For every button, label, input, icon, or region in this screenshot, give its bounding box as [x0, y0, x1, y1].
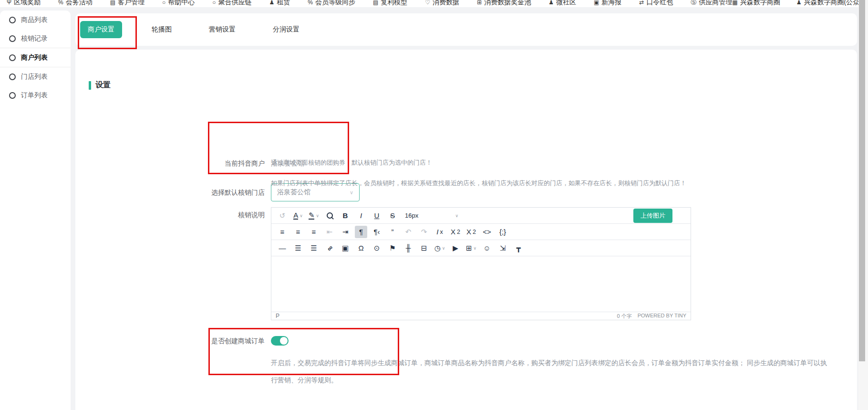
insert-image-icon[interactable]: ▣	[339, 242, 351, 254]
chevron-down-icon: ∨	[350, 189, 353, 196]
preview-icon[interactable]: ⊙	[371, 242, 383, 254]
nav-item[interactable]: %会务活动	[58, 0, 93, 7]
create-order-label: 是否创建商城订单	[133, 337, 265, 346]
tab-marketing-settings[interactable]: 营销设置	[201, 21, 243, 38]
superscript-icon[interactable]: X2	[465, 226, 477, 238]
subscript-icon[interactable]: X2	[449, 226, 462, 238]
editor-toolbar-row-1: ↺A∨✎∨BIUS16px∨上传图片	[271, 208, 691, 224]
sidebar-item-verify-records[interactable]: 核销记录	[0, 29, 71, 48]
settings-panel: 设置 当前抖音商户 浴泉荟公馆 选择默认核销门店 浴泉荟公馆 ∨ 通过商城页面核…	[75, 50, 857, 410]
undo-icon[interactable]: ↶	[402, 226, 414, 238]
highlight-icon[interactable]: ✎∨	[308, 210, 320, 222]
strikethrough-icon[interactable]: S	[386, 210, 399, 222]
sidebar-item-label: 核销记录	[21, 34, 48, 43]
table-icon[interactable]: ⊞∨	[465, 242, 477, 254]
text-color-icon[interactable]: A∨	[292, 210, 304, 222]
ltr-icon[interactable]: ¶	[355, 226, 367, 238]
sidebar-item-store-list[interactable]: 门店列表	[0, 67, 71, 86]
editor-status-bar: P 0 个字 POWERED BY TINY	[271, 312, 691, 320]
link-icon[interactable]: ∞	[323, 242, 336, 254]
nav-item[interactable]: ○帮助中心	[162, 0, 195, 7]
rich-text-editor: ↺A∨✎∨BIUS16px∨上传图片 ≡≡≡⇤⇥¶¶‹”↶↷IxX2X2<>{;…	[271, 207, 691, 320]
store-hint-2: 如果门店列表中单独绑定了店长，会员核销时，根据关系链查找最近的店长，核销门店为该…	[271, 179, 686, 188]
nav-item-label: 会员等级同步	[315, 0, 355, 7]
indent-icon[interactable]: ⇥	[339, 226, 351, 238]
tab-carousel[interactable]: 轮播图	[144, 21, 179, 38]
nav-item-label: 新海报	[601, 0, 621, 7]
emoji-icon[interactable]: ☺	[481, 242, 493, 254]
clear-format-icon[interactable]: Ix	[434, 226, 446, 238]
radio-circle-icon	[9, 92, 16, 99]
media-icon[interactable]: ▶	[449, 242, 462, 254]
editor-toolbar-row-2: ≡≡≡⇤⇥¶¶‹”↶↷IxX2X2<>{;}	[271, 224, 691, 240]
numbered-list-icon[interactable]: ☰	[308, 242, 320, 254]
create-order-toggle[interactable]	[271, 336, 289, 346]
sidebar-item-order-list[interactable]: 订单列表	[0, 86, 71, 105]
italic-icon[interactable]: I	[355, 210, 367, 222]
nav-item[interactable]: ⇄口令红包	[639, 0, 673, 7]
hourglass-icon: ♟	[269, 0, 275, 6]
datetime-icon[interactable]: ◷∨	[434, 242, 446, 254]
nav-item-label: 微社区	[556, 0, 576, 7]
sidebar-item-merchant-list[interactable]: 商户列表	[0, 48, 71, 67]
section-header: 设置	[89, 80, 111, 90]
page-break-icon[interactable]: ╫	[402, 242, 414, 254]
editor-content-area[interactable]	[271, 256, 691, 312]
nav-item[interactable]: ▣新海报	[594, 0, 621, 7]
nav-item[interactable]: ⊞消费数据奖金池	[477, 0, 531, 7]
nav-item[interactable]: %会员等级同步	[308, 0, 355, 7]
code-icon[interactable]: <>	[481, 226, 493, 238]
nav-item[interactable]: ♟兴森数字商圈(公众号管理员)	[796, 0, 858, 7]
section-accent-bar	[89, 81, 91, 90]
store-select-value: 浴泉荟公馆	[277, 188, 310, 197]
nav-item[interactable]: Ψ区域奖励	[7, 0, 41, 7]
scrollbar-thumb[interactable]	[859, 0, 865, 361]
scrollbar[interactable]	[858, 0, 868, 410]
nav-item-label: 客户管理	[118, 0, 145, 7]
outdent-icon[interactable]: ⇤	[323, 226, 336, 238]
top-nav-account: ▦兴森数字商圈♟兴森数字商圈(公众号管理员)	[732, 0, 858, 7]
print-icon[interactable]: ⊟	[418, 242, 430, 254]
nav-item[interactable]: ▤复利模型	[373, 0, 407, 7]
align-right-icon[interactable]: ≡	[308, 226, 320, 238]
nav-item[interactable]: ♡消费数据	[425, 0, 459, 7]
nav-item[interactable]: ▦兴森数字商圈	[732, 0, 780, 7]
nav-item[interactable]: ♟微社区	[548, 0, 576, 7]
format-paint-icon[interactable]: ┳	[512, 242, 525, 254]
nav-item[interactable]: Ⓢ供应商管理	[691, 0, 732, 7]
nav-item[interactable]: ▤客户管理	[110, 0, 145, 7]
person-icon: ♟	[548, 0, 554, 6]
redo-icon[interactable]: ↷	[418, 226, 430, 238]
powered-by-label[interactable]: POWERED BY TINY	[638, 313, 686, 320]
radio-circle-icon	[9, 17, 16, 23]
rtl-icon[interactable]: ¶‹	[371, 226, 383, 238]
code-sample-icon[interactable]: {;}	[496, 226, 509, 238]
top-nav-menu: Ψ区域奖励%会务活动▤客户管理○帮助中心○聚合供应链♟租赁%会员等级同步▤复利模…	[7, 0, 732, 7]
user-icon: ♟	[796, 0, 802, 6]
special-char-icon[interactable]: Ω	[355, 242, 367, 254]
tab-profit-settings[interactable]: 分润设置	[265, 21, 307, 38]
bold-icon[interactable]: B	[339, 210, 351, 222]
font-size-select[interactable]: 16px∨	[402, 210, 461, 222]
upload-image-button[interactable]: 上传图片	[633, 209, 672, 223]
fullscreen-icon[interactable]: ⇲	[496, 242, 509, 254]
sidebar-item-goods-list[interactable]: 商品列表	[0, 11, 71, 29]
nav-item-label: 租赁	[277, 0, 290, 7]
heart-icon: ♡	[425, 0, 430, 6]
history-icon[interactable]: ↺	[276, 210, 289, 222]
tab-merchant-settings[interactable]: 商户设置	[80, 21, 122, 38]
align-left-icon[interactable]: ≡	[276, 226, 289, 238]
horizontal-rule-icon[interactable]: —	[276, 242, 289, 254]
search-icon[interactable]	[323, 210, 336, 222]
underline-icon[interactable]: U	[371, 210, 383, 222]
store-hint-1: 通过商城页面核销的团购券，默认核销门店为选中的门店！	[271, 158, 432, 167]
section-title: 设置	[95, 80, 111, 90]
anchor-icon[interactable]: ⚑	[386, 242, 399, 254]
nav-item[interactable]: ○聚合供应链	[212, 0, 251, 7]
sidebar-item-label: 订单列表	[21, 91, 48, 100]
blockquote-icon[interactable]: ”	[386, 226, 399, 238]
bullet-list-icon[interactable]: ☰	[292, 242, 304, 254]
nav-item[interactable]: ♟租赁	[269, 0, 290, 7]
align-center-icon[interactable]: ≡	[292, 226, 304, 238]
nav-item-label: 兴森数字商圈(公众号管理员)	[804, 0, 858, 7]
